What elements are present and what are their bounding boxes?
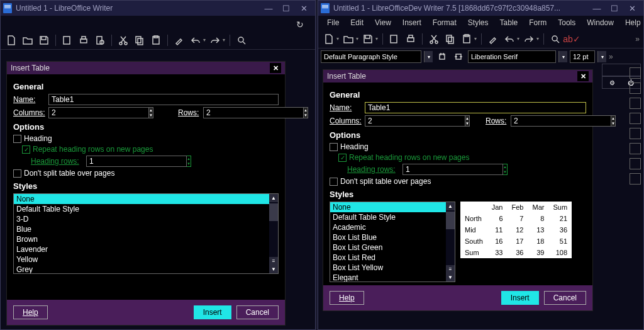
list-item[interactable]: Default Table Style — [14, 204, 269, 214]
sidebar-properties-icon[interactable] — [630, 67, 641, 79]
list-item[interactable]: Box List Blue — [330, 232, 446, 242]
copy-icon[interactable] — [133, 33, 147, 47]
rows-input[interactable] — [511, 115, 611, 127]
scroll-up-icon[interactable]: ▲ — [269, 194, 278, 202]
redo-icon[interactable] — [208, 33, 222, 47]
close-icon[interactable]: ✕ — [577, 71, 589, 81]
sidebar-inspector-icon[interactable] — [630, 143, 641, 154]
copy-icon[interactable] — [443, 32, 457, 46]
heading-rows-spinner[interactable]: ▲▼ — [503, 164, 508, 175]
sidebar-accessibility-icon[interactable] — [630, 173, 641, 185]
scroll-thumb[interactable] — [446, 212, 455, 229]
styles-listbox-right[interactable]: None Default Table Style Academic Box Li… — [330, 202, 455, 282]
menu-view[interactable]: View — [370, 17, 396, 28]
format-paintbrush-icon[interactable] — [486, 32, 500, 46]
scrollbar[interactable]: ▲≡▼ — [269, 194, 278, 273]
columns-input[interactable] — [365, 115, 465, 127]
name-input[interactable] — [365, 102, 586, 113]
export-pdf-icon[interactable] — [387, 32, 401, 46]
chevron-down-icon[interactable]: ▾ — [424, 51, 433, 62]
sidebar-gallery-icon[interactable] — [630, 98, 641, 109]
menu-window[interactable]: Window — [582, 17, 619, 28]
new-doc-icon[interactable] — [4, 33, 18, 47]
list-item[interactable]: Brown — [14, 234, 269, 244]
open-icon[interactable] — [341, 32, 355, 46]
close-icon[interactable]: ✕ — [270, 63, 281, 73]
undo-icon[interactable] — [189, 33, 203, 47]
find-icon[interactable] — [548, 32, 562, 46]
menu-tools[interactable]: Tools — [553, 17, 580, 28]
minimize-button[interactable]: — — [588, 1, 606, 15]
cancel-button[interactable]: Cancel — [236, 305, 279, 319]
chevron-down-icon[interactable]: ▾ — [558, 51, 567, 62]
minimize-button[interactable]: — — [260, 1, 277, 15]
find-icon[interactable] — [235, 33, 248, 47]
scroll-thumb[interactable] — [269, 203, 278, 221]
refresh-icon[interactable]: ↻ — [296, 20, 304, 30]
menu-file[interactable]: File — [322, 17, 344, 28]
list-item[interactable]: None — [330, 202, 446, 212]
sidebar-page-icon[interactable] — [630, 128, 641, 139]
spellcheck-icon[interactable]: ab✓ — [565, 32, 579, 46]
list-item[interactable]: Academic — [330, 222, 446, 232]
chevron-down-icon[interactable]: ▾ — [517, 36, 519, 42]
font-size-combo[interactable]: 12 pt — [570, 50, 595, 63]
scroll-down-icon[interactable]: ▼ — [269, 265, 278, 273]
new-doc-icon[interactable] — [322, 32, 336, 46]
heading-rows-input[interactable] — [86, 156, 187, 167]
list-item[interactable]: Lavender — [14, 244, 269, 254]
help-button[interactable]: Help — [330, 291, 364, 305]
heading-rows-input[interactable] — [402, 164, 503, 175]
menu-form[interactable]: Form — [524, 17, 552, 28]
chevron-down-icon[interactable]: ▾ — [356, 36, 358, 42]
menu-edit[interactable]: Edit — [345, 17, 369, 28]
chevron-down-icon[interactable]: ▾ — [536, 36, 539, 42]
font-name-combo[interactable]: Liberation Serif — [468, 50, 556, 63]
open-icon[interactable] — [21, 33, 35, 47]
scroll-up-icon[interactable]: ▲ — [446, 202, 455, 210]
close-window-button[interactable]: ✕ — [295, 1, 313, 15]
heading-rows-spinner[interactable]: ▲▼ — [187, 156, 191, 167]
undo-icon[interactable] — [502, 32, 516, 46]
chevron-down-icon[interactable]: ▾ — [474, 36, 477, 42]
heading-checkbox[interactable] — [330, 143, 338, 151]
list-item[interactable]: Box List Red — [330, 253, 446, 263]
redo-dropdown-icon[interactable]: ▾ — [223, 37, 225, 43]
print-icon[interactable] — [77, 33, 91, 47]
update-style-icon[interactable] — [435, 50, 449, 64]
new-style-icon[interactable] — [452, 50, 465, 64]
list-item[interactable]: Box List Yellow — [330, 263, 446, 273]
insert-button[interactable]: Insert — [194, 305, 231, 319]
scrollbar[interactable]: ▲≡▼ — [446, 202, 455, 282]
sidebar-manage-changes-icon[interactable] — [630, 158, 641, 169]
format-paintbrush-icon[interactable] — [172, 33, 186, 47]
scroll-grip-icon[interactable]: ≡ — [269, 257, 278, 265]
sidebar-navigator-icon[interactable] — [630, 113, 641, 124]
save-icon[interactable] — [361, 32, 375, 46]
heading-checkbox[interactable] — [13, 135, 21, 143]
menu-help[interactable]: Help — [620, 17, 644, 28]
cut-icon[interactable] — [427, 32, 441, 46]
rows-input[interactable] — [203, 107, 304, 118]
rows-spinner[interactable]: ▲▼ — [611, 115, 616, 127]
menu-styles[interactable]: Styles — [463, 17, 494, 28]
print-icon[interactable] — [404, 32, 418, 46]
insert-button[interactable]: Insert — [501, 291, 539, 305]
maximize-button[interactable]: ☐ — [606, 1, 623, 15]
cut-icon[interactable] — [116, 33, 130, 47]
sidebar-toggle-icon[interactable]: ⚙ — [602, 79, 621, 86]
maximize-button[interactable]: ☐ — [277, 1, 295, 15]
close-window-button[interactable]: ✕ — [623, 1, 641, 15]
list-item[interactable]: Default Table Style — [330, 212, 446, 222]
export-pdf-icon[interactable] — [60, 33, 74, 47]
paste-icon[interactable] — [149, 33, 163, 47]
menu-format[interactable]: Format — [428, 17, 462, 28]
nosplit-checkbox[interactable] — [330, 178, 338, 186]
print-preview-icon[interactable] — [93, 33, 107, 47]
columns-spinner[interactable]: ▲▼ — [149, 107, 153, 118]
toolbar-overflow-icon[interactable]: » — [635, 35, 640, 43]
toolbar-overflow-icon[interactable]: » — [609, 52, 613, 61]
scroll-down-icon[interactable]: ▼ — [446, 273, 455, 282]
list-item[interactable]: Elegant — [330, 273, 446, 282]
undo-dropdown-icon[interactable]: ▾ — [203, 37, 206, 43]
